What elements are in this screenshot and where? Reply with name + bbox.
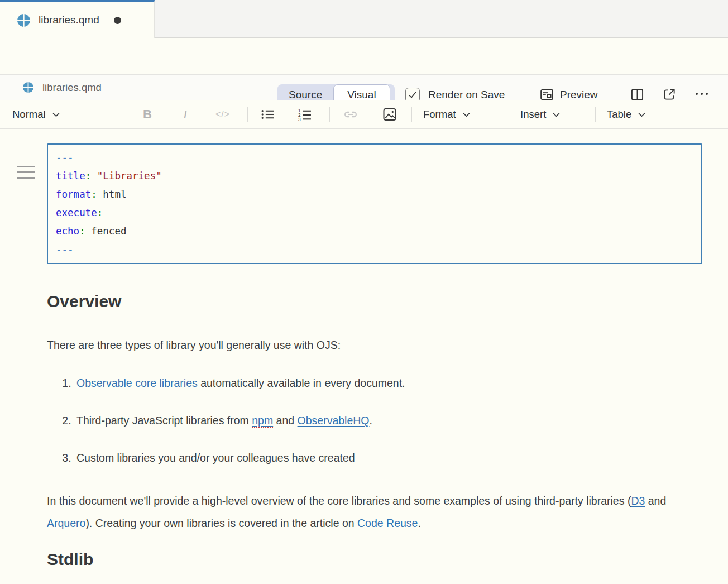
- numbered-list-icon: 1 2 3: [297, 107, 312, 122]
- block-drag-handle-icon[interactable]: [17, 166, 35, 183]
- preview-panel-icon: [539, 87, 554, 102]
- doc-link[interactable]: npm: [252, 414, 273, 428]
- preview-label: Preview: [560, 89, 598, 101]
- bullet-list-icon: [260, 107, 275, 122]
- paragraph-style-dropdown[interactable]: Normal: [12, 100, 61, 128]
- formatting-toolbar: Normal B I </> 1 2: [0, 100, 728, 129]
- chevron-down-icon: [637, 110, 646, 119]
- code-icon: </>: [215, 109, 230, 119]
- format-menu-label: Format: [423, 108, 456, 121]
- code-line: ---: [56, 149, 693, 167]
- code-line: execute:: [56, 204, 693, 222]
- quarto-icon: [17, 13, 31, 27]
- insert-menu-label: Insert: [520, 108, 546, 121]
- bullet-list-button[interactable]: [260, 100, 275, 128]
- list-item: Observable core libraries automatically …: [74, 375, 702, 391]
- tab-libraries-qmd[interactable]: libraries.qmd: [0, 0, 155, 38]
- doc-link[interactable]: Observable core libraries: [76, 377, 198, 389]
- doc-link[interactable]: Code Reuse: [357, 517, 418, 529]
- code-line: echo: fenced: [56, 222, 693, 241]
- image-icon: [382, 107, 397, 122]
- bold-icon: B: [143, 107, 152, 122]
- bold-button[interactable]: B: [143, 100, 152, 128]
- yaml-front-matter-block[interactable]: ---title: "Libraries"format: htmlexecute…: [47, 143, 702, 264]
- ellipsis-icon: [693, 85, 710, 102]
- editor-toolbar: Source Visual Render on Save Preview: [0, 38, 728, 74]
- toolbar-separator: [411, 107, 412, 122]
- split-editor-button[interactable]: [630, 87, 645, 102]
- chevron-down-icon: [462, 110, 471, 119]
- doc-link[interactable]: ObservableHQ: [298, 414, 370, 427]
- intro-paragraph: There are three types of library you'll …: [47, 337, 702, 353]
- tab-title: libraries.qmd: [39, 14, 99, 26]
- more-options-button[interactable]: [693, 85, 710, 102]
- toolbar-separator: [595, 107, 596, 122]
- heading-overview: Overview: [47, 291, 702, 312]
- tab-bar-empty-area: [155, 0, 728, 38]
- italic-button[interactable]: I: [183, 100, 187, 128]
- code-line: format: html: [56, 185, 693, 204]
- insert-menu-dropdown[interactable]: Insert: [520, 100, 561, 128]
- table-menu-dropdown[interactable]: Table: [607, 100, 646, 128]
- preview-button[interactable]: Preview: [539, 87, 598, 102]
- list-item: Third-party JavaScript libraries from np…: [74, 412, 702, 429]
- code-line: title: "Libraries": [56, 167, 693, 185]
- toolbar-separator: [329, 107, 330, 122]
- split-pane-icon: [630, 87, 645, 102]
- chevron-down-icon: [51, 110, 61, 119]
- heading-stdlib: Stdlib: [47, 549, 702, 570]
- numbered-list-button[interactable]: 1 2 3: [297, 100, 312, 128]
- visual-editor-surface[interactable]: ---title: "Libraries"format: htmlexecute…: [0, 143, 728, 570]
- paragraph-style-value: Normal: [12, 108, 46, 121]
- link-button[interactable]: [343, 100, 358, 128]
- toolbar-separator: [126, 107, 126, 122]
- open-external-icon: [662, 87, 677, 102]
- list-item: Custom libraries you and/or your colleag…: [74, 449, 702, 466]
- tab-bar: libraries.qmd: [0, 0, 728, 38]
- link-icon: [343, 107, 358, 122]
- image-button[interactable]: [382, 100, 397, 128]
- table-menu-label: Table: [607, 108, 631, 121]
- library-types-list: Observable core libraries automatically …: [47, 375, 702, 466]
- quarto-icon: [22, 82, 34, 93]
- svg-text:3: 3: [298, 117, 301, 122]
- italic-icon: I: [183, 107, 187, 122]
- breadcrumb-file-name[interactable]: libraries.qmd: [42, 82, 102, 94]
- doc-link[interactable]: D3: [631, 495, 645, 507]
- closing-paragraph: In this document we'll provide a high-le…: [47, 490, 702, 534]
- code-line: ---: [56, 241, 693, 259]
- open-external-button[interactable]: [662, 87, 677, 102]
- inline-code-button[interactable]: </>: [215, 100, 230, 128]
- modified-dot-icon: [114, 17, 121, 24]
- chevron-down-icon: [552, 110, 561, 119]
- doc-link[interactable]: Arquero: [47, 517, 85, 529]
- toolbar-separator: [509, 107, 509, 122]
- toolbar-separator: [247, 107, 248, 122]
- format-menu-dropdown[interactable]: Format: [423, 100, 471, 128]
